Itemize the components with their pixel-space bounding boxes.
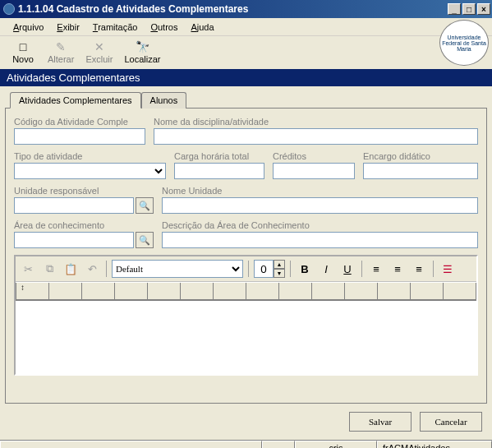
editor-italic-button[interactable]: I — [317, 260, 335, 278]
label-desc-area: Descrição da Área de Conhecimento — [162, 220, 478, 230]
status-bar: cris frACMAtividades — [0, 440, 492, 448]
lookup-area-button[interactable]: 🔍 — [136, 232, 154, 248]
editor-underline-button[interactable]: U — [338, 260, 356, 278]
toolbar-alterar: ✎ Alterar — [44, 38, 77, 66]
window-title: 1.1.1.04 Cadastro de Atividades Compleme… — [18, 3, 248, 15]
minimize-button[interactable]: _ — [448, 3, 461, 15]
align-left-icon: ≡ — [373, 263, 379, 275]
tab-atividades[interactable]: Atividades Complementares — [10, 92, 141, 109]
input-carga-horaria[interactable] — [174, 163, 264, 179]
app-icon — [3, 3, 15, 15]
italic-icon: I — [324, 263, 328, 275]
label-encargo: Encargo didático — [363, 151, 478, 161]
status-cell-2 — [262, 441, 295, 448]
input-nome-unidade[interactable] — [162, 197, 478, 214]
toolbar-localizar[interactable]: 🔭 Localizar — [121, 38, 163, 66]
section-band: Atividades Complementares — [0, 69, 492, 86]
rich-text-editor: ✂ ⧉ 📋 ↶ Default ▲ ▼ B — [14, 255, 478, 376]
menu-ajuda[interactable]: Ajuda — [184, 21, 220, 34]
menu-exibir[interactable]: Exibir — [50, 21, 86, 34]
paste-icon: 📋 — [64, 263, 77, 275]
menu-tramitacao[interactable]: Tramitação — [86, 21, 145, 34]
editor-align-left-button[interactable]: ≡ — [367, 260, 385, 278]
font-size-up[interactable]: ▲ — [274, 260, 285, 269]
editor-font-select[interactable]: Default — [112, 260, 243, 278]
input-desc-area[interactable] — [162, 232, 478, 248]
lookup-unidade-button[interactable]: 🔍 — [136, 197, 154, 214]
editor-font-size[interactable] — [254, 260, 274, 278]
editor-bold-button[interactable]: B — [296, 260, 314, 278]
search-icon: 🔍 — [139, 201, 150, 211]
cancel-button[interactable]: Cancelar — [420, 412, 482, 432]
undo-icon: ↶ — [88, 263, 97, 275]
label-nome-disciplina: Nome da disciplina/atividade — [154, 117, 478, 127]
editor-ruler[interactable]: ↕ — [16, 282, 476, 300]
align-center-icon: ≡ — [394, 263, 401, 275]
select-tipo-atividade[interactable] — [14, 163, 166, 179]
editor-cut-button: ✂ — [19, 260, 37, 278]
input-unidade-responsavel[interactable] — [14, 197, 134, 214]
title-bar: 1.1.1.04 Cadastro de Atividades Compleme… — [0, 0, 492, 18]
toolbar-excluir: ✕ Excluir — [82, 38, 116, 66]
label-creditos: Créditos — [273, 151, 355, 161]
toolbar: □ Novo ✎ Alterar ✕ Excluir 🔭 Localizar — [0, 36, 492, 69]
status-cell-1 — [0, 441, 262, 448]
font-size-down[interactable]: ▼ — [274, 269, 285, 278]
save-button[interactable]: Salvar — [349, 412, 412, 432]
editor-align-right-button[interactable]: ≡ — [410, 260, 428, 278]
label-nome-unidade: Nome Unidade — [162, 186, 478, 196]
input-codigo[interactable] — [14, 128, 145, 145]
institution-logo: Universidade Federal de Santa Maria — [439, 20, 489, 66]
label-unidade-responsavel: Unidade responsável — [14, 186, 154, 196]
close-button[interactable]: × — [477, 3, 490, 15]
editor-bullets-button[interactable]: ☰ — [439, 260, 457, 278]
editor-textarea[interactable] — [16, 300, 476, 374]
new-icon: □ — [16, 39, 30, 54]
cut-icon: ✂ — [24, 263, 33, 275]
input-area-conhecimento[interactable] — [14, 232, 134, 248]
edit-icon: ✎ — [53, 39, 68, 54]
input-nome-disciplina[interactable] — [154, 128, 478, 145]
label-carga-horaria: Carga horária total — [174, 151, 264, 161]
align-right-icon: ≡ — [416, 263, 422, 275]
editor-toolbar: ✂ ⧉ 📋 ↶ Default ▲ ▼ B — [16, 256, 476, 282]
label-codigo: Código da Atividade Comple — [14, 117, 145, 127]
find-icon: 🔭 — [135, 39, 149, 54]
editor-copy-button: ⧉ — [40, 260, 58, 278]
input-encargo[interactable] — [363, 163, 478, 179]
label-tipo-atividade: Tipo de atividade — [14, 151, 166, 161]
copy-icon: ⧉ — [46, 262, 53, 275]
search-icon: 🔍 — [139, 235, 150, 246]
section-title: Atividades Complementares — [7, 72, 140, 84]
bold-icon: B — [301, 263, 308, 275]
toolbar-novo[interactable]: □ Novo — [7, 38, 39, 66]
status-user: cris — [295, 441, 377, 448]
editor-paste-button: 📋 — [62, 260, 80, 278]
delete-icon: ✕ — [92, 39, 107, 54]
editor-align-center-button[interactable]: ≡ — [389, 260, 407, 278]
menu-bar: Arquivo Exibir Tramitação Outros Ajuda — [0, 18, 492, 36]
tab-alunos[interactable]: Alunos — [141, 92, 187, 109]
underline-icon: U — [343, 263, 351, 275]
tab-panel-atividades: Código da Atividade Comple Nome da disci… — [5, 108, 487, 404]
label-area-conhecimento: Área de conhecimento — [14, 220, 154, 230]
menu-outros[interactable]: Outros — [144, 21, 184, 34]
editor-undo-button: ↶ — [83, 260, 101, 278]
input-creditos[interactable] — [273, 163, 355, 179]
status-form: frACMAtividades — [377, 441, 492, 448]
maximize-button[interactable]: □ — [462, 3, 476, 15]
bullets-icon: ☰ — [443, 263, 453, 275]
menu-arquivo[interactable]: Arquivo — [7, 21, 50, 34]
